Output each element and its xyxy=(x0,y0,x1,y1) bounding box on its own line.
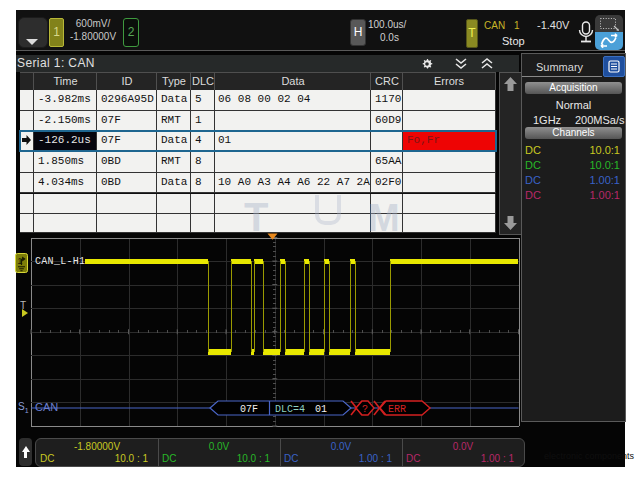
svg-text:ERR: ERR xyxy=(388,404,406,415)
svg-text:01: 01 xyxy=(315,404,327,415)
svg-text:DLC=4: DLC=4 xyxy=(275,404,305,415)
svg-text:?: ? xyxy=(362,404,368,415)
svg-text:07F: 07F xyxy=(240,404,258,415)
